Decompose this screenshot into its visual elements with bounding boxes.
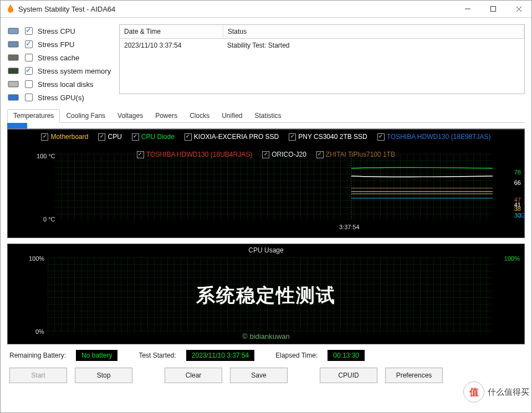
log-cell-status: Stability Test: Started bbox=[223, 39, 524, 52]
brand-watermark: 值 什么值得买 bbox=[463, 381, 529, 402]
cpuid-button[interactable]: CPUID bbox=[320, 368, 377, 383]
started-value: 2023/11/10 3:37:54 bbox=[186, 350, 254, 361]
svg-rect-8 bbox=[8, 81, 18, 87]
cpu-graph-title: CPU Usage bbox=[8, 244, 524, 254]
legend-label: TOSHIBA HDWD130 (18E98TJAS) bbox=[387, 133, 491, 141]
legend-item[interactable]: PNY CS3040 2TB SSD bbox=[289, 133, 367, 141]
legend-checkbox[interactable] bbox=[185, 133, 192, 141]
tab-temperatures[interactable]: Temperatures bbox=[7, 109, 60, 123]
status-bar: Remaining Battery: No battery Test Start… bbox=[7, 344, 525, 366]
save-button[interactable]: Save bbox=[230, 368, 288, 383]
minimize-button[interactable] bbox=[455, 1, 480, 17]
svg-rect-5 bbox=[8, 42, 18, 47]
stress-label-4[interactable]: Stress local disks bbox=[38, 80, 93, 89]
svg-rect-1 bbox=[491, 7, 496, 12]
graph-tabs: TemperaturesCooling FansVoltagesPowersCl… bbox=[7, 109, 525, 123]
svg-rect-6 bbox=[8, 55, 18, 60]
watermark-text: © bidiankuwan bbox=[8, 332, 524, 340]
svg-rect-4 bbox=[8, 28, 18, 34]
battery-value: No battery bbox=[76, 350, 117, 361]
stress-item-0: Stress CPU bbox=[7, 25, 112, 37]
legend-label: Motherboard bbox=[50, 133, 88, 141]
memory-icon bbox=[7, 66, 19, 75]
log-header-status[interactable]: Status bbox=[223, 25, 524, 38]
legend-item[interactable]: KIOXIA-EXCERIA PRO SSD bbox=[185, 133, 279, 141]
gpu-icon bbox=[7, 93, 19, 102]
log-header-datetime[interactable]: Date & Time bbox=[120, 25, 223, 38]
cpu-usage-graph: CPU Usage 100% 0% 100% 系统稳定性测试 © bidiank… bbox=[7, 244, 525, 344]
tab-cooling-fans[interactable]: Cooling Fans bbox=[60, 109, 111, 123]
start-button: Start bbox=[9, 368, 67, 383]
tab-statistics[interactable]: Statistics bbox=[249, 109, 288, 123]
legend-item[interactable]: CPU Diode bbox=[132, 133, 175, 141]
event-log[interactable]: Date & Time Status 2023/11/10 3:37:54 St… bbox=[119, 24, 525, 94]
legend-item[interactable]: TOSHIBA HDWD130 (18E98TJAS) bbox=[377, 133, 491, 141]
tab-unified[interactable]: Unified bbox=[216, 109, 248, 123]
preferences-button[interactable]: Preferences bbox=[385, 368, 443, 383]
clear-button[interactable]: Clear bbox=[165, 368, 222, 383]
temp-value-label: 78 bbox=[514, 169, 521, 175]
temperature-graph: MotherboardCPUCPU DiodeKIOXIA-EXCERIA PR… bbox=[7, 129, 525, 238]
legend-label: PNY CS3040 2TB SSD bbox=[298, 133, 367, 141]
stress-label-3[interactable]: Stress system memory bbox=[38, 67, 111, 75]
temp-axis-min: 0 °C bbox=[43, 216, 55, 223]
stress-label-5[interactable]: Stress GPU(s) bbox=[38, 94, 84, 102]
stress-checkbox-4[interactable] bbox=[25, 80, 33, 88]
legend-checkbox[interactable] bbox=[41, 133, 48, 141]
brand-logo-icon: 值 bbox=[463, 381, 484, 402]
cpu-axis-left-top: 100% bbox=[29, 255, 44, 262]
legend-label: CPU bbox=[108, 133, 121, 141]
close-button[interactable] bbox=[506, 1, 531, 17]
app-icon bbox=[6, 4, 15, 14]
temp-axis-max: 100 °C bbox=[37, 153, 55, 159]
started-label: Test Started: bbox=[139, 352, 176, 359]
stress-label-2[interactable]: Stress cache bbox=[38, 54, 79, 62]
svg-rect-9 bbox=[8, 95, 18, 100]
legend-item[interactable]: CPU bbox=[98, 133, 121, 141]
stress-checkbox-5[interactable] bbox=[25, 94, 33, 101]
cpu-axis-right-top: 100% bbox=[504, 255, 520, 262]
tab-clocks[interactable]: Clocks bbox=[183, 109, 216, 123]
disk-icon bbox=[7, 80, 19, 89]
battery-label: Remaining Battery: bbox=[9, 352, 66, 359]
overlay-title: 系统稳定性测试 bbox=[8, 283, 524, 308]
tab-powers[interactable]: Powers bbox=[149, 109, 183, 123]
series-swatch bbox=[7, 123, 27, 128]
brand-text: 什么值得买 bbox=[488, 387, 529, 397]
stress-item-4: Stress local disks bbox=[7, 79, 112, 90]
stress-label-1[interactable]: Stress FPU bbox=[38, 40, 74, 49]
legend-checkbox[interactable] bbox=[132, 133, 139, 141]
stress-item-1: Stress FPU bbox=[7, 39, 112, 50]
log-cell-time: 2023/11/10 3:37:54 bbox=[120, 39, 223, 52]
temp-value-label: 38 bbox=[514, 206, 521, 212]
cpu-icon bbox=[7, 27, 19, 35]
legend-checkbox[interactable] bbox=[377, 133, 385, 141]
stress-checkbox-0[interactable] bbox=[25, 27, 33, 35]
temp-axis-tick: 3:37:54 bbox=[339, 224, 360, 230]
action-buttons: Start Stop Clear Save CPUID Preferences bbox=[7, 366, 525, 388]
legend-label: CPU Diode bbox=[141, 133, 175, 141]
svg-rect-7 bbox=[8, 68, 18, 74]
stress-label-0[interactable]: Stress CPU bbox=[38, 27, 75, 35]
stress-item-2: Stress cache bbox=[7, 52, 112, 63]
temp-value-label: 32 bbox=[519, 213, 525, 219]
maximize-button[interactable] bbox=[480, 1, 506, 17]
temp-value-label: 66 bbox=[514, 180, 521, 186]
title-bar: System Stability Test - AIDA64 bbox=[1, 1, 531, 18]
stress-item-5: Stress GPU(s) bbox=[7, 92, 112, 103]
elapsed-value: 00:13:30 bbox=[328, 350, 365, 361]
legend-checkbox[interactable] bbox=[289, 133, 296, 141]
stress-item-3: Stress system memory bbox=[7, 65, 112, 76]
stress-checkbox-2[interactable] bbox=[25, 54, 33, 61]
log-row[interactable]: 2023/11/10 3:37:54 Stability Test: Start… bbox=[120, 39, 524, 52]
legend-label: KIOXIA-EXCERIA PRO SSD bbox=[194, 133, 279, 141]
tab-voltages[interactable]: Voltages bbox=[111, 109, 149, 123]
legend-item[interactable]: Motherboard bbox=[41, 133, 88, 141]
svg-rect-10 bbox=[55, 154, 493, 220]
legend-checkbox[interactable] bbox=[98, 133, 105, 141]
window-title: System Stability Test - AIDA64 bbox=[18, 5, 115, 13]
stress-checkbox-3[interactable] bbox=[25, 67, 33, 75]
stop-button[interactable]: Stop bbox=[75, 368, 132, 383]
stress-checkbox-1[interactable] bbox=[25, 40, 33, 48]
elapsed-label: Elapsed Time: bbox=[275, 352, 318, 359]
